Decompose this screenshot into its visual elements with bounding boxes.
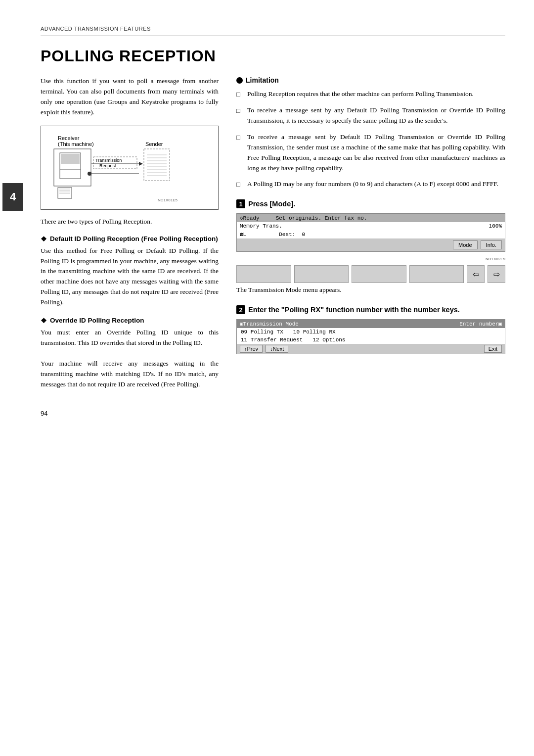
- step1-screen: ◇Ready Set originals. Enter fax no. Memo…: [236, 213, 505, 252]
- screen-row-3: ☎L Dest: 0: [237, 230, 505, 238]
- limitation-item-3: To receive a message sent by Default ID …: [236, 132, 505, 174]
- step1-after-text: The Transmission Mode menu appears.: [236, 285, 505, 295]
- section-heading-override-id-text: Override ID Polling Reception: [50, 317, 144, 324]
- tx-header-left: ▣Transmission Mode: [240, 321, 299, 327]
- limitation-heading: Limitation: [236, 76, 505, 84]
- nav-btn-3: [352, 265, 406, 283]
- tx-footer-btn-exit[interactable]: Exit: [484, 345, 502, 353]
- tx-footer-row: ↑Prev ↓Next Exit: [237, 344, 505, 354]
- screen-row1-left: ◇Ready Set originals. Enter fax no.: [240, 215, 502, 221]
- diamond-bullet-2: ❖: [41, 317, 47, 325]
- step2-heading: 2 Enter the "Polling RX" function number…: [236, 305, 505, 314]
- step1-heading: 1 Press [Mode].: [236, 199, 505, 208]
- sender-label: Sender: [145, 141, 163, 147]
- limitation-list: Polling Reception requires that the othe…: [236, 89, 505, 189]
- doc-icon-bottom: [58, 188, 72, 198]
- step1-number-box: 1: [236, 199, 245, 208]
- intro-text: Use this function if you want to poll a …: [41, 76, 219, 118]
- section-body-override-id: You must enter an Override Polling ID un…: [41, 328, 219, 390]
- screen-buttons-row: Mode Info.: [237, 238, 505, 251]
- trans-request-label-1: Transmission: [95, 158, 122, 163]
- arrow-right-head: [139, 162, 143, 166]
- tx-row2-col1: 11 Transfer Request: [241, 337, 303, 343]
- tx-footer-btn-prev[interactable]: ↑Prev: [240, 345, 263, 353]
- page-wrapper: 4 Advanced Transmission Features Polling…: [0, 0, 534, 756]
- step1-heading-text: Press [Mode].: [248, 200, 295, 208]
- tx-row1-col1: 09 Polling TX: [241, 329, 283, 335]
- right-column: Limitation Polling Reception requires th…: [236, 76, 505, 417]
- this-machine-label: (This machine): [58, 141, 94, 147]
- machine-top: [61, 154, 80, 164]
- bullet-dot: [88, 172, 91, 176]
- nav-buttons-mockup: ⇦ ⇨: [236, 265, 505, 283]
- sender-doc-box: [144, 149, 170, 181]
- chapter-tab: 4: [0, 0, 26, 756]
- two-column-layout: Use this function if you want to poll a …: [41, 76, 505, 417]
- breadcrumb: Advanced Transmission Features: [41, 26, 505, 36]
- diamond-bullet-1: ❖: [41, 235, 47, 243]
- main-content: Advanced Transmission Features Polling R…: [26, 0, 534, 756]
- chapter-number: 4: [2, 183, 23, 211]
- step2-number-box: 2: [236, 305, 245, 314]
- tx-row1-col2: 10 Polling RX: [293, 329, 336, 335]
- screen-row2-right: 100%: [489, 223, 502, 229]
- limitation-item-2: To receive a message sent by any Default…: [236, 105, 505, 126]
- section-heading-override-id: ❖ Override ID Polling Reception: [41, 317, 219, 325]
- page-number: 94: [41, 410, 219, 417]
- step2-section: 2 Enter the "Polling RX" function number…: [236, 305, 505, 354]
- limitation-item-1: Polling Reception requires that the othe…: [236, 89, 505, 99]
- limitation-item-4: A Polling ID may be any four numbers (0 …: [236, 179, 505, 189]
- nav-btn-right-arrow[interactable]: ⇨: [488, 265, 505, 283]
- tx-header-row: ▣Transmission Mode Enter number▣: [237, 320, 505, 328]
- left-column: Use this function if you want to poll a …: [41, 76, 219, 417]
- nav-btn-1: [236, 265, 291, 283]
- section-heading-default-id: ❖ Default ID Polling Reception (Free Pol…: [41, 235, 219, 243]
- two-types-text: There are two types of Polling Reception…: [41, 217, 219, 227]
- step1-section: 1 Press [Mode]. ◇Ready Set originals. En…: [236, 199, 505, 295]
- tx-row-1: 09 Polling TX 10 Polling RX: [237, 328, 505, 336]
- tx-mode-screen: ▣Transmission Mode Enter number▣ 09 Poll…: [236, 319, 505, 354]
- step1-nd-code: ND1X02E9: [236, 257, 505, 261]
- nav-btn-left-arrow[interactable]: ⇦: [467, 265, 485, 283]
- tx-header-right: Enter number▣: [459, 321, 502, 327]
- screen-row2-left: Memory Trans.: [240, 223, 487, 229]
- nav-btn-2: [294, 265, 349, 283]
- section-body-default-id: Use this method for Free Polling or Defa…: [41, 246, 219, 308]
- limitation-bullet-icon: [236, 77, 243, 84]
- screen-row-2: Memory Trans. 100%: [237, 222, 505, 230]
- tx-footer-btn-next[interactable]: ↓Next: [266, 345, 288, 353]
- receiver-label: Receiver: [58, 135, 80, 141]
- diagram-svg: Receiver (This machine): [49, 133, 197, 202]
- nav-btn-4: [409, 265, 464, 283]
- diagram-box: Receiver (This machine): [41, 126, 219, 210]
- screen-row3-left: ☎L Dest: 0: [240, 231, 502, 237]
- section-heading-default-id-text: Default ID Polling Reception (Free Polli…: [50, 235, 218, 242]
- step2-heading-text: Enter the "Polling RX" function number w…: [248, 306, 460, 314]
- tx-row2-col2: 12 Options: [312, 337, 345, 343]
- limitation-heading-text: Limitation: [246, 76, 279, 84]
- tx-row-2: 11 Transfer Request 12 Options: [237, 336, 505, 344]
- screen-btn-mode[interactable]: Mode: [453, 240, 478, 249]
- nd-code: ND1X01E5: [158, 198, 178, 202]
- page-title: Polling Reception: [41, 47, 505, 65]
- screen-btn-info[interactable]: Info.: [481, 240, 502, 249]
- screen-row-1: ◇Ready Set originals. Enter fax no.: [237, 214, 505, 222]
